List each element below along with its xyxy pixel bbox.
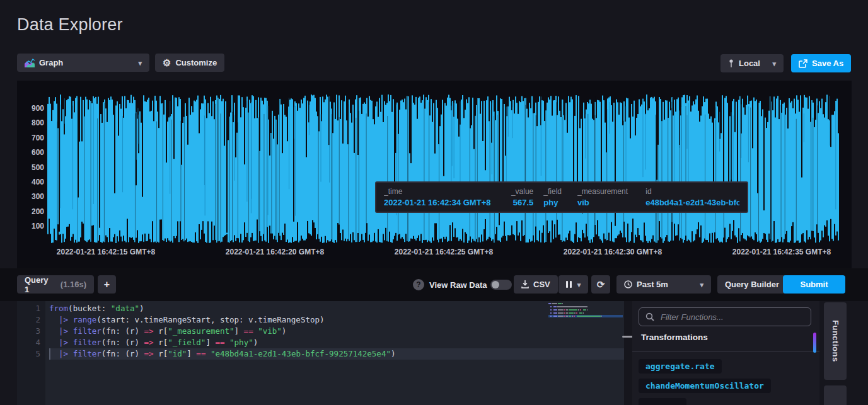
visualization-type-label: Graph — [39, 58, 63, 67]
minimap-segment — [552, 303, 557, 304]
code-line[interactable]: 5 |> filter(fn: (r) => r["id"] == "e48bd… — [17, 348, 624, 360]
tab-functions[interactable]: Functions — [824, 302, 847, 380]
minimap-segment — [558, 303, 562, 304]
minimap-segment — [579, 312, 582, 314]
download-csv-button[interactable]: CSV — [514, 275, 558, 294]
line-number: 1 — [17, 303, 49, 314]
editor-minimap[interactable] — [548, 303, 624, 328]
minimap-segment — [558, 316, 564, 317]
minimap-segment — [574, 316, 575, 317]
minimap-segment — [553, 316, 557, 317]
query-tab-duration: (1.16s) — [61, 280, 86, 289]
x-tick-label: 2022-01-21 16:42:15 GMT+8 — [43, 248, 169, 256]
filter-functions-input[interactable] — [659, 312, 804, 322]
save-as-button[interactable]: Save As — [791, 54, 851, 72]
chart-tooltip: _time2022-01-21 16:42:34 GMT+8_value567.… — [375, 181, 748, 213]
pause-button[interactable] — [558, 275, 588, 294]
minimap-segment — [572, 316, 573, 317]
visualization-type-dropdown[interactable]: Graph — [17, 54, 149, 72]
tooltip-column-value: vib — [577, 198, 635, 207]
minimap-segment — [569, 309, 577, 311]
minimap-segment — [558, 309, 564, 311]
submit-button[interactable]: Submit — [783, 275, 845, 294]
minimap-segment — [550, 309, 552, 311]
tooltip-column-value: 567.5 — [502, 198, 533, 207]
x-tick-label: 2022-01-21 16:42:20 GMT+8 — [212, 248, 338, 256]
code-line[interactable]: 2 |> range(start: v.timeRangeStart, stop… — [17, 314, 624, 326]
code-text: |> filter(fn: (r) => r["id"] == "e48bd4a… — [49, 348, 624, 360]
plus-icon: + — [104, 279, 110, 290]
line-number: 5 — [17, 348, 49, 360]
time-range-dropdown[interactable]: Past 5m — [616, 275, 711, 294]
minimap-segment — [583, 312, 584, 314]
pin-icon — [728, 59, 734, 68]
view-raw-data-toggle[interactable] — [490, 280, 512, 290]
x-tick-label: 2022-01-21 16:42:35 GMT+8 — [719, 248, 845, 256]
pause-icon — [566, 281, 572, 288]
area-chart-icon — [25, 59, 35, 67]
line-number: 2 — [17, 314, 49, 326]
code-line[interactable]: 4 |> filter(fn: (r) => r["_field"] == "p… — [17, 337, 624, 348]
minimap-segment — [577, 316, 601, 317]
customize-button[interactable]: Customize — [155, 54, 224, 72]
filter-functions-searchbox[interactable] — [639, 307, 811, 326]
chevron-down-icon — [576, 280, 581, 289]
minimap-segment — [553, 309, 557, 311]
page-title: Data Explorer — [17, 15, 123, 35]
line-number: 3 — [17, 326, 49, 337]
tooltip-column-header: _field — [543, 187, 567, 196]
minimap-segment — [557, 306, 587, 307]
local-dropdown[interactable]: Local — [720, 54, 784, 72]
x-tick-label: 2022-01-21 16:42:25 GMT+8 — [381, 248, 507, 256]
flux-code-editor[interactable]: 1from(bucket: "data")2 |> range(start: v… — [17, 301, 624, 405]
tab-partial[interactable] — [824, 385, 847, 405]
tooltip-column-header: _measurement — [577, 187, 635, 196]
minimap-segment — [566, 309, 568, 311]
function-pill-partial[interactable] — [639, 398, 686, 405]
minimap-segment — [550, 316, 552, 317]
save-as-label: Save As — [812, 59, 843, 68]
tooltip-column: ide48bd4a1-e2d1-43eb-bfcf-992… — [645, 187, 739, 207]
code-text: |> filter(fn: (r) => r["_field"] == "phy… — [49, 337, 624, 348]
minimap-segment — [553, 306, 557, 307]
function-pill[interactable]: chandeMomentumOscillator — [639, 379, 771, 393]
code-line[interactable]: 3 |> filter(fn: (r) => r["_measurement"]… — [17, 326, 624, 337]
tooltip-column: _measurementvib — [577, 187, 635, 207]
minimap-segment — [564, 316, 565, 317]
time-range-label: Past 5m — [637, 280, 668, 289]
minimap-segment — [558, 312, 564, 314]
code-line[interactable]: 1from(bucket: "data") — [17, 303, 624, 314]
clock-icon — [624, 280, 632, 288]
chevron-down-icon — [137, 58, 142, 67]
functions-scrollbar[interactable] — [813, 333, 816, 353]
tooltip-column-header: _time — [384, 187, 492, 196]
local-label: Local — [739, 59, 760, 68]
graph-panel: 100200300400500600700800900 2022-01-21 1… — [17, 81, 852, 268]
refresh-icon — [597, 279, 605, 290]
search-icon — [645, 312, 654, 321]
x-tick-label: 2022-01-21 16:42:30 GMT+8 — [550, 248, 676, 256]
refresh-button[interactable] — [591, 275, 610, 294]
minimap-segment — [566, 316, 568, 317]
transformations-section-title: Transformations — [641, 333, 708, 342]
csv-label: CSV — [533, 280, 550, 289]
minimap-segment — [587, 309, 587, 311]
help-icon[interactable]: ? — [413, 279, 424, 290]
query-tab[interactable]: Query 1(1.16s) — [17, 275, 94, 294]
functions-panel: Transformations aggregate.ratechandeMome… — [632, 301, 819, 405]
add-query-button[interactable]: + — [98, 275, 116, 294]
query-builder-button[interactable]: Query Builder — [717, 275, 787, 294]
code-text: |> range(start: v.timeRangeStart, stop: … — [49, 314, 624, 326]
minimap-segment — [569, 316, 571, 317]
minimap-segment — [569, 312, 574, 314]
minimap-segment — [576, 312, 577, 314]
tooltip-column-value: phy — [543, 198, 567, 207]
minimap-segment — [564, 309, 565, 311]
query-tab-name: Query 1 — [25, 275, 53, 294]
function-pill[interactable]: aggregate.rate — [639, 359, 722, 374]
minimap-segment — [566, 312, 568, 314]
minimap-segment — [601, 316, 602, 317]
minimap-segment — [550, 306, 552, 307]
data-explorer-page: Data Explorer Graph Customize Local — [0, 0, 868, 405]
tooltip-column: _value567.5 — [502, 187, 533, 207]
